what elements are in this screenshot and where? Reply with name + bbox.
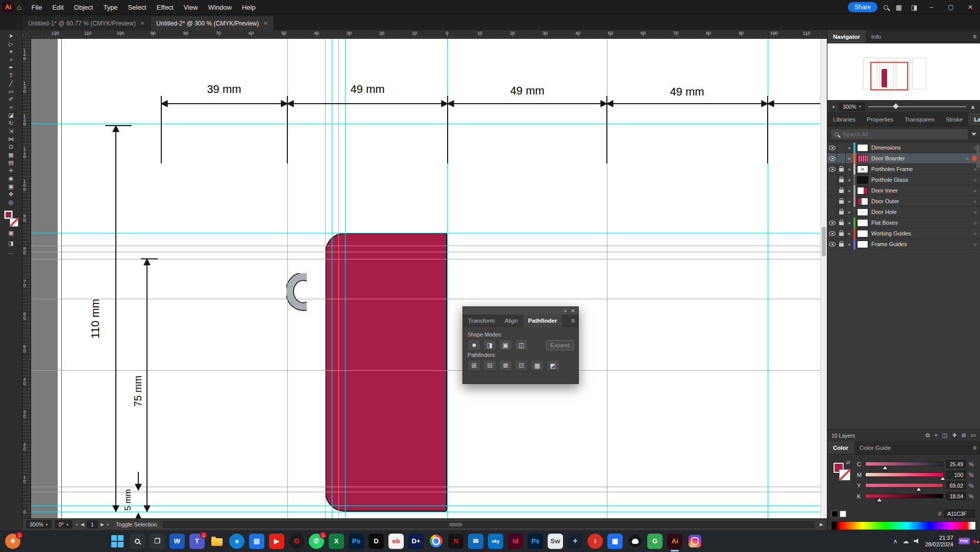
visibility-toggle[interactable] (827, 207, 837, 217)
target-circle-icon[interactable]: ○ (970, 242, 980, 247)
navigator-zoom-slider[interactable] (868, 106, 966, 107)
channel-value-field[interactable]: 100 (946, 471, 966, 478)
screen-mode-icon[interactable]: ◨ (4, 239, 19, 247)
onedrive-icon[interactable]: ☁ (902, 538, 909, 545)
channel-value-field[interactable]: 69.02 (946, 482, 966, 489)
last-artboard-button[interactable]: » (107, 522, 109, 527)
lock-toggle[interactable] (837, 218, 846, 228)
canvas-viewport[interactable]: 110 mm 75 mm 5 mm « ✕ TransformAlignPath… (31, 39, 827, 518)
tab-close-icon[interactable]: ✕ (140, 20, 144, 26)
layer-row[interactable]: ▸Door Outer○ (827, 196, 980, 207)
lock-toggle[interactable] (837, 185, 846, 196)
tool-width-tool[interactable]: ⋈ (4, 135, 19, 143)
pathfinder-tab-pathfinder[interactable]: Pathfinder (523, 315, 562, 327)
dazn-icon[interactable]: D (369, 534, 384, 549)
black-swatch[interactable] (831, 511, 838, 517)
zoom-level-control[interactable]: 300% ▾ (26, 520, 52, 529)
draw-mode-icon[interactable]: ▣ (4, 229, 19, 237)
github-icon[interactable] (627, 534, 643, 549)
edge-icon[interactable]: e (229, 534, 244, 549)
tool-gradient-tool[interactable]: ▤ (4, 159, 19, 167)
tool-magic-wand-tool[interactable]: ✶ (4, 48, 19, 56)
new-layer-icon[interactable]: ⊞ (961, 432, 966, 439)
layer-row[interactable]: ▸Frame Guides○ (827, 239, 980, 250)
document-tab[interactable]: Untitled-1* @ 60.77 % (CMYK/Preview)✕ (22, 16, 151, 30)
tool-eraser-tool[interactable]: ◪ (4, 111, 19, 119)
channel-slider-thumb[interactable] (877, 498, 881, 501)
shape-mode-exclude-button[interactable]: ◫ (515, 340, 528, 350)
filter-icon[interactable] (971, 133, 976, 136)
pathfinder-minus-back-button[interactable]: ◩ (547, 360, 559, 371)
tab-close-icon[interactable]: ✕ (263, 20, 267, 26)
netflix-icon[interactable]: N (448, 534, 463, 549)
tab-libraries[interactable]: Libraries (827, 113, 861, 126)
layer-row[interactable]: ▸Door Hole○ (827, 207, 980, 218)
tab-info[interactable]: Info (866, 30, 887, 43)
tool-blend-tool[interactable]: ◉ (4, 175, 19, 183)
channel-slider-thumb[interactable] (883, 466, 887, 469)
menu-edit[interactable]: Edit (47, 0, 68, 15)
layer-row[interactable]: ▸Door Inner○ (827, 185, 980, 196)
panel-menu-icon[interactable]: ≡ (571, 317, 578, 324)
greenshot-icon[interactable]: G (647, 534, 663, 549)
hex-value-field[interactable]: A11C3F (944, 510, 975, 518)
lock-toggle[interactable] (837, 239, 846, 249)
teams-icon[interactable]: T1 (189, 534, 205, 549)
target-circle-icon[interactable]: ○ (970, 199, 980, 204)
info-icon[interactable]: i (587, 534, 603, 549)
target-circle-icon[interactable]: ○ (970, 220, 980, 226)
visibility-toggle[interactable] (827, 164, 837, 174)
maximize-button[interactable]: ▢ (944, 4, 958, 11)
pathfinder-outline-button[interactable]: ▦ (531, 360, 544, 371)
mail-icon[interactable]: ✉ (468, 534, 483, 549)
layer-thumbnail[interactable] (857, 187, 868, 195)
tab-color[interactable]: Color (827, 441, 854, 454)
file-explorer-icon[interactable] (209, 534, 225, 549)
visibility-toggle[interactable] (827, 239, 837, 249)
photoshop-express-icon[interactable]: Ps (349, 534, 364, 549)
horizontal-scrollbar-thumb[interactable] (449, 523, 462, 526)
search-box[interactable] (831, 129, 968, 139)
door-handle-shape[interactable] (286, 273, 307, 323)
stroke-color-swatch[interactable] (10, 218, 18, 227)
expand-arrow-icon[interactable]: ▸ (846, 178, 853, 182)
layer-row[interactable]: ▸Working Guides○ (827, 228, 980, 239)
lock-toggle[interactable] (837, 196, 846, 206)
document-tab[interactable]: Untitled-2* @ 300 % (CMYK/Preview)✕ (151, 16, 274, 30)
navigator-preview[interactable] (827, 43, 980, 101)
new-sublayer-icon[interactable]: ✚ (952, 432, 957, 439)
artboard-number-field[interactable]: 1 (87, 521, 98, 529)
white-swatch[interactable] (840, 511, 846, 517)
visibility-toggle[interactable] (827, 218, 837, 228)
tab-layers[interactable]: Layers (968, 113, 980, 126)
scroll-right-arrow[interactable]: ▶ (820, 522, 823, 527)
sky-icon[interactable]: sky (488, 534, 503, 549)
channel-value-field[interactable]: 25.49 (946, 460, 966, 468)
whatsapp-icon[interactable]: ✆1 (309, 534, 324, 549)
search-icon[interactable] (884, 5, 888, 10)
tab-properties[interactable]: Properties (861, 113, 899, 126)
tool-direct-selection-tool[interactable]: ▷ (4, 40, 19, 49)
start-button[interactable] (110, 534, 125, 549)
menu-window[interactable]: Window (203, 0, 237, 15)
indesign-icon[interactable]: Id (508, 534, 523, 549)
panel-collapse-icon[interactable]: « (564, 308, 567, 314)
lock-toggle[interactable] (837, 142, 846, 153)
tab-navigator[interactable]: Navigator (827, 30, 866, 43)
tool-rectangle-tool[interactable]: ▭ (4, 88, 19, 96)
tool-lasso-tool[interactable]: ✧ (4, 56, 19, 64)
tool-pen-tool[interactable]: ✒ (4, 64, 19, 72)
delete-layer-icon[interactable]: ▭ (971, 432, 976, 439)
tool-shaper-tool[interactable]: ≈ (4, 104, 19, 112)
app-x-icon[interactable]: ✦ (568, 534, 583, 549)
channel-value-field[interactable]: 18.04 (946, 492, 966, 500)
layer-row[interactable]: ▸Portholes Frame○ (827, 164, 980, 175)
target-circle-icon[interactable]: ○ (970, 209, 980, 215)
arrange-panels-icon[interactable]: ◨ (910, 4, 919, 11)
layer-thumbnail[interactable] (857, 219, 868, 227)
channel-slider[interactable] (865, 494, 943, 498)
target-circle-icon[interactable]: ○ (970, 188, 980, 194)
tool-hand-tool[interactable]: ✥ (4, 190, 19, 199)
excel-icon[interactable]: X (329, 534, 344, 549)
pathfinder-crop-button[interactable]: ⊡ (515, 360, 528, 371)
